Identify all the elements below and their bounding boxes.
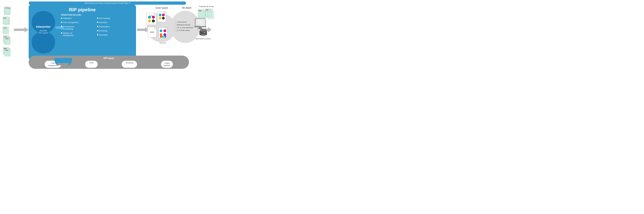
file-pdf: PDF xyxy=(2,17,14,25)
direct-delivery-label: Direct delivery to press xyxy=(193,38,214,40)
api-pill-fonts: Fonts xyxy=(85,61,98,68)
file-postscript: PostScript xyxy=(2,7,14,15)
arrow-input-to-rip xyxy=(14,27,29,32)
op-color-management: Color management xyxy=(61,21,94,24)
printer-section: Direct delivery to press xyxy=(193,18,214,40)
interpreter-subtitle: SelectablePDL support xyxy=(31,30,56,34)
svg-marker-0 xyxy=(14,27,29,32)
operations-title: OPERATIONS INCLUDE: xyxy=(61,14,130,16)
jpeg-label: JPEG xyxy=(5,38,9,39)
op-calibration: Calibration xyxy=(61,17,94,19)
svg-point-12 xyxy=(204,32,205,33)
op-screening: Screening xyxy=(97,30,130,32)
top-banner: Multi-threaded processing, including Har… xyxy=(29,1,186,5)
output-tiff-label: TIFF xyxy=(206,9,208,11)
rip-api-connector xyxy=(50,58,76,65)
png-label: PNG xyxy=(5,50,8,51)
output-jpeg-label: JPEG xyxy=(198,10,202,11)
interpreter-blob: Interpreter SelectablePDL support xyxy=(31,11,56,54)
banner-text: Multi-threaded processing, including Har… xyxy=(84,2,130,4)
mono-doc: MONO xyxy=(148,27,156,37)
op-rasterization: Rasterization xyxy=(97,25,130,28)
operations-grid: Calibration Color management Transparenc… xyxy=(61,17,130,37)
small-printer-icon xyxy=(199,28,208,36)
pdf-label: PDF xyxy=(3,17,6,19)
cmykov-label: (CMYKOV) xyxy=(158,42,167,44)
output-formats-title: Proprietary file formats xyxy=(194,5,214,8)
op-display-list: Display List Management xyxy=(61,32,94,37)
svg-rect-11 xyxy=(201,35,206,36)
op-font-handling: Font handling xyxy=(97,17,130,19)
api-pill-output-interface: Output interface xyxy=(161,61,173,68)
file-xps: XPS xyxy=(2,27,14,34)
interpreter-title: Interpreter xyxy=(31,25,56,28)
rip-container: RIP pipeline Interpreter SelectablePDL s… xyxy=(29,4,136,60)
svg-rect-10 xyxy=(200,29,206,31)
cmykov-doc: C M O V R G B xyxy=(158,28,167,38)
api-pill-screening: Screening xyxy=(122,61,137,68)
file-bmp-png: BMP PNG xyxy=(2,47,14,56)
svg-rect-6 xyxy=(194,26,206,27)
xps-label: XPS xyxy=(3,27,6,29)
op-separation: Separation xyxy=(97,34,130,36)
input-files-list: PostScript PDF XPS TIFF JPEG xyxy=(1,4,14,58)
op-imposition: Imposition xyxy=(97,21,130,24)
svg-rect-5 xyxy=(196,19,205,25)
file-tiff-jpeg: TIFF JPEG xyxy=(2,35,14,45)
large-printer-icon xyxy=(194,18,208,29)
operations-box: OPERATIONS INCLUDE: Calibration Color ma… xyxy=(61,14,130,56)
postscript-label: PostScript xyxy=(5,7,11,9)
op-transparency: Transparency Compositing xyxy=(61,25,94,30)
